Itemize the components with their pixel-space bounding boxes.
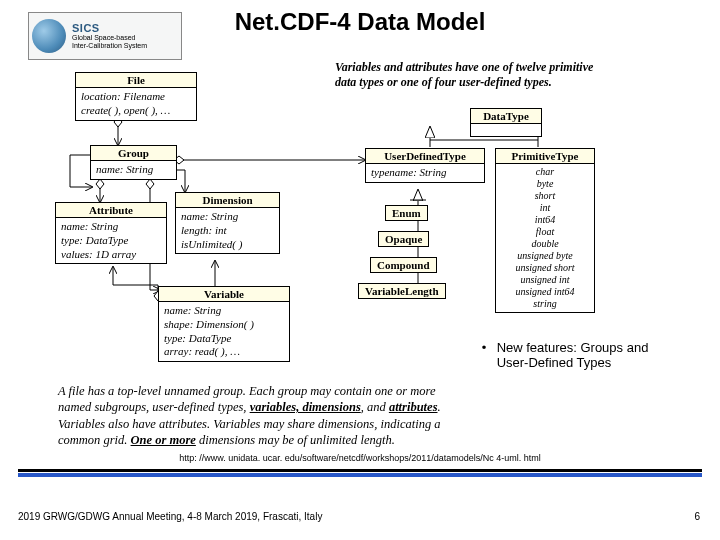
uml-attribute: Attribute name: Stringtype: DataTypevalu… [55,202,167,264]
new-features-text: New features: Groups and User-Defined Ty… [497,340,667,370]
uml-group: Group name: String [90,145,177,180]
uml-attribute-title: Attribute [56,203,166,218]
uml-primitive-title: PrimitiveType [496,149,594,164]
uml-group-body: name: String [91,161,176,179]
uml-userdef: UserDefinedType typename: String [365,148,485,183]
globe-icon [32,19,66,53]
uml-primitive-body: charbyteshortintint64floatdoubleunsigned… [496,164,594,312]
uml-variable-title: Variable [159,287,289,302]
uml-dimension-title: Dimension [176,193,279,208]
uml-datatype-title: DataType [471,109,541,124]
uml-datatype: DataType [470,108,542,137]
source-url: http: //www. unidata. ucar. edu/software… [0,453,720,463]
head-note: Variables and attributes have one of twe… [335,60,605,90]
page-number: 6 [694,511,700,522]
uml-userdef-body: typename: String [366,164,484,182]
footer-text: 2019 GRWG/GDWG Annual Meeting, 4-8 March… [18,511,322,522]
uml-varlen: VariableLength [358,283,446,299]
bullet-icon: • [475,340,493,355]
uml-dimension: Dimension name: Stringlength: intisUnlim… [175,192,280,254]
uml-userdef-title: UserDefinedType [366,149,484,164]
uml-variable-body: name: Stringshape: Dimension( )type: Dat… [159,302,289,361]
logo: SICS Global Space-based Inter-Calibratio… [28,12,182,60]
uml-file-title: File [76,73,196,88]
uml-compound: Compound [370,257,437,273]
foot-caption: A file has a top-level unnamed group. Ea… [58,383,538,448]
uml-attribute-body: name: Stringtype: DataTypevalues: 1D arr… [56,218,166,263]
uml-group-title: Group [91,146,176,161]
uml-opaque: Opaque [378,231,429,247]
uml-file-body: location: Filenamecreate( ), open( ), … [76,88,196,120]
uml-primitive: PrimitiveType charbyteshortintint64float… [495,148,595,313]
uml-datatype-body [471,124,541,136]
new-features-bullet: • New features: Groups and User-Defined … [475,340,670,370]
uml-dimension-body: name: Stringlength: intisUnlimited( ) [176,208,279,253]
logo-text: SICS Global Space-based Inter-Calibratio… [72,23,147,49]
uml-file: File location: Filenamecreate( ), open( … [75,72,197,121]
uml-enum: Enum [385,205,428,221]
uml-variable: Variable name: Stringshape: Dimension( )… [158,286,290,362]
